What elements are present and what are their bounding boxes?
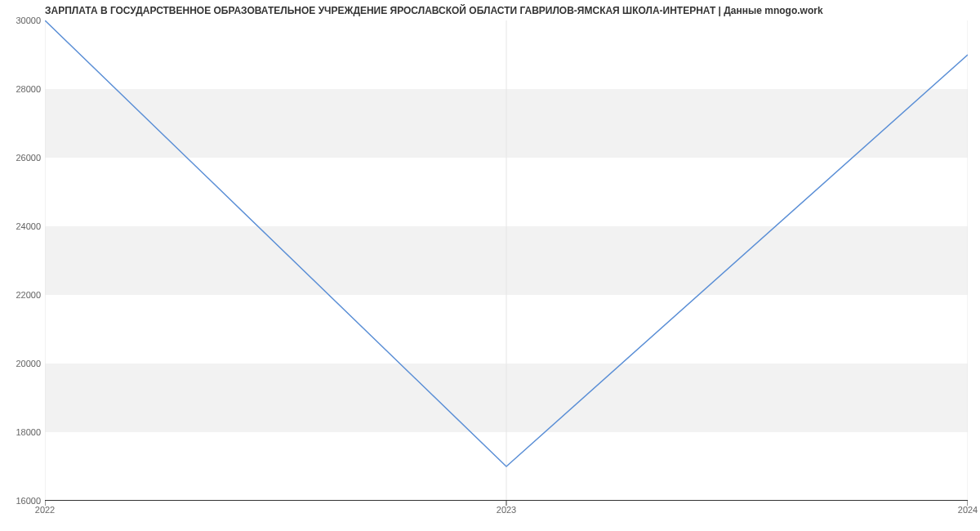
- chart-svg: [45, 20, 968, 507]
- y-tick-label: 20000: [4, 359, 41, 368]
- plot-area: [45, 20, 968, 501]
- x-tick-label: 2024: [958, 505, 978, 515]
- chart-title: ЗАРПЛАТА В ГОСУДАРСТВЕННОЕ ОБРАЗОВАТЕЛЬН…: [45, 5, 823, 16]
- x-tick-label: 2023: [497, 505, 516, 515]
- y-tick-label: 24000: [4, 221, 41, 231]
- y-tick-label: 28000: [4, 84, 41, 94]
- y-tick-label: 26000: [4, 153, 41, 163]
- y-tick-label: 22000: [4, 290, 41, 300]
- chart-container: ЗАРПЛАТА В ГОСУДАРСТВЕННОЕ ОБРАЗОВАТЕЛЬН…: [0, 0, 980, 531]
- x-tick-label: 2022: [35, 505, 55, 515]
- y-tick-label: 30000: [4, 16, 41, 25]
- y-tick-label: 18000: [4, 427, 41, 437]
